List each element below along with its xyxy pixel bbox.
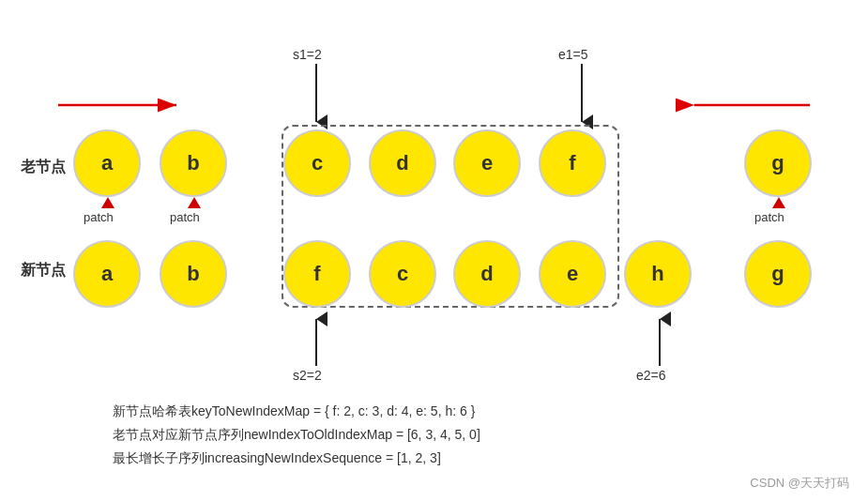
e2-label: e2=6 — [636, 368, 666, 383]
old-node-b: b — [160, 129, 227, 197]
patch-label-b: patch — [170, 210, 200, 224]
patch-label-a: patch — [84, 210, 114, 224]
new-node-c: c — [369, 240, 436, 308]
new-node-b: b — [160, 240, 227, 308]
bottom-line-3: 最长增长子序列increasingNewIndexSequence = [1, … — [113, 450, 441, 467]
diagram-container: 老节点 新节点 a b c d e f g a b f c d e h g pa… — [0, 0, 868, 501]
new-node-d: d — [453, 240, 521, 308]
new-nodes-label: 新节点 — [21, 261, 66, 281]
old-nodes-label: 老节点 — [21, 158, 66, 177]
patch-label-g: patch — [754, 210, 784, 224]
new-node-f: f — [283, 240, 351, 308]
new-node-e: e — [539, 240, 606, 308]
watermark: CSDN @天天打码 — [750, 475, 849, 492]
e1-label: e1=5 — [558, 47, 588, 62]
old-node-d: d — [369, 129, 436, 197]
svg-marker-11 — [188, 197, 201, 208]
svg-marker-10 — [101, 197, 114, 208]
svg-marker-12 — [772, 197, 785, 208]
old-node-f: f — [539, 129, 606, 197]
bottom-line-1: 新节点哈希表keyToNewIndexMap = { f: 2, c: 3, d… — [113, 403, 475, 420]
old-node-g: g — [744, 129, 812, 197]
new-node-g: g — [744, 240, 812, 308]
old-node-a: a — [73, 129, 141, 197]
old-node-c: c — [283, 129, 351, 197]
s1-label: s1=2 — [293, 47, 322, 62]
bottom-line-2: 老节点对应新节点序列newIndexToOldIndexMap = [6, 3,… — [113, 427, 480, 444]
new-node-h: h — [624, 240, 692, 308]
new-node-a: a — [73, 240, 141, 308]
old-node-e: e — [453, 129, 521, 197]
s2-label: s2=2 — [293, 368, 322, 383]
